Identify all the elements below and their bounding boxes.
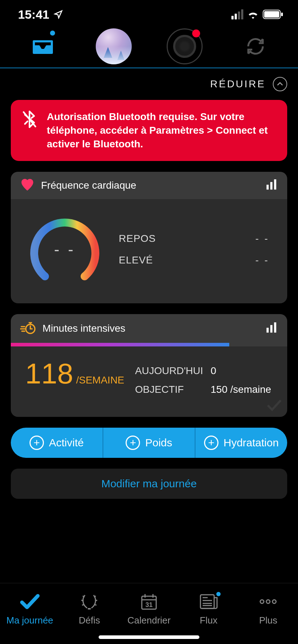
intensive-header: Minutes intensives (11, 314, 287, 343)
location-icon (54, 10, 63, 19)
plus-icon (204, 436, 218, 450)
rest-value: - - (256, 233, 269, 244)
today-label: AUJOURD'HUI (135, 365, 211, 377)
heart-rate-high-row: ELEVÉ - - (115, 249, 273, 271)
intensive-today-row: AUJOURD'HUI 0 (135, 362, 273, 380)
tab-calendar-label: Calendrier (127, 615, 171, 626)
tab-my-day-label: Ma journée (6, 615, 53, 626)
feed-notification-dot (216, 592, 221, 596)
heart-rate-value: - - (25, 210, 104, 289)
plus-icon (30, 436, 44, 450)
check-icon (20, 593, 40, 611)
svg-rect-2 (281, 13, 283, 16)
sync-icon (246, 37, 265, 56)
svg-rect-1 (264, 11, 279, 18)
heart-rate-header: Fréquence cardiaque (11, 172, 287, 199)
high-value: - - (256, 254, 269, 266)
inbox-notification-dot (50, 31, 55, 36)
collapse-row: RÉDUIRE (0, 68, 298, 100)
status-time: 15:41 (18, 8, 63, 22)
heart-rate-rest-row: REPOS - - (115, 228, 273, 249)
status-bar: 15:41 (0, 0, 298, 25)
intensive-body: 118 /SEMAINE AUJOURD'HUI 0 OBJECTIF 150 … (11, 346, 287, 417)
intensive-stats: AUJOURD'HUI 0 OBJECTIF 150 /semaine (135, 359, 273, 399)
intensive-value: 118 (25, 359, 73, 388)
svg-rect-10 (274, 322, 276, 333)
svg-point-16 (272, 600, 276, 603)
intensive-progress-fill (11, 343, 229, 346)
high-label: ELEVÉ (119, 254, 153, 266)
sync-tab[interactable] (238, 28, 274, 64)
check-icon (266, 399, 282, 413)
chevron-up-icon (277, 82, 283, 86)
plus-icon (126, 436, 140, 450)
quick-add-row: Activité Poids Hydratation (11, 428, 287, 458)
heart-rate-body: - - REPOS - - ELEVÉ - - (11, 199, 287, 303)
wifi-icon (247, 10, 259, 19)
today-value: 0 (211, 365, 216, 377)
calendar-icon: 31 (140, 593, 158, 611)
add-activity-button[interactable]: Activité (11, 428, 103, 458)
chart-icon[interactable] (265, 321, 278, 336)
battery-icon (263, 10, 284, 19)
add-hydration-label: Hydratation (224, 437, 279, 449)
svg-point-14 (260, 600, 264, 603)
add-weight-label: Poids (145, 437, 172, 449)
tab-feed-label: Flux (200, 615, 217, 626)
add-weight-button[interactable]: Poids (103, 428, 196, 458)
heart-rate-title: Fréquence cardiaque (41, 180, 136, 191)
news-icon (199, 593, 218, 611)
rest-label: REPOS (119, 233, 156, 244)
svg-point-15 (266, 600, 270, 603)
modify-day-button[interactable]: Modifier ma journée (11, 469, 287, 499)
intensive-minutes-card[interactable]: Minutes intensives 118 /SEMAINE AUJOURD'… (11, 314, 287, 417)
wreath-icon (80, 593, 99, 611)
tab-bar: Ma journée Défis 31 Calendrier (0, 583, 298, 644)
bluetooth-alert[interactable]: Autorisation Bluetooth requise. Sur votr… (11, 100, 287, 161)
svg-text:31: 31 (145, 601, 153, 608)
svg-rect-5 (270, 182, 272, 190)
chart-icon[interactable] (265, 178, 278, 193)
tab-my-day[interactable]: Ma journée (0, 583, 60, 635)
svg-rect-4 (267, 185, 269, 190)
heart-rate-gauge: - - (25, 210, 104, 289)
tab-feed[interactable]: Flux (179, 583, 239, 635)
svg-rect-8 (267, 328, 269, 333)
clock-text: 15:41 (18, 8, 49, 22)
tab-more-label: Plus (259, 615, 277, 626)
modify-day-label: Modifier ma journée (101, 478, 197, 490)
heart-rate-card[interactable]: Fréquence cardiaque (11, 172, 287, 303)
scene-tab[interactable] (96, 28, 132, 64)
tab-challenges[interactable]: Défis (60, 583, 119, 635)
home-indicator[interactable] (99, 635, 199, 639)
alert-text: Autorisation Bluetooth requise. Sur votr… (47, 110, 276, 151)
svg-rect-6 (274, 179, 276, 190)
intensive-title: Minutes intensives (42, 323, 125, 334)
add-activity-label: Activité (49, 437, 84, 449)
device-alert-dot (192, 29, 200, 37)
svg-rect-13 (200, 595, 214, 608)
scene-icon (96, 28, 132, 64)
cellular-icon (231, 9, 243, 19)
watch-icon (167, 28, 203, 64)
heart-rate-stats: REPOS - - ELEVÉ - - (115, 228, 273, 271)
intensive-progress-bar (11, 343, 287, 346)
collapse-button[interactable] (273, 77, 287, 91)
tab-calendar[interactable]: 31 Calendrier (119, 583, 179, 635)
device-tab[interactable] (167, 28, 203, 64)
inbox-icon (32, 38, 53, 55)
tab-more[interactable]: Plus (238, 583, 298, 635)
svg-rect-9 (270, 325, 272, 333)
bluetooth-off-icon (22, 110, 37, 151)
inbox-tab[interactable] (25, 28, 61, 64)
tab-challenges-label: Défis (79, 615, 100, 626)
collapse-label[interactable]: RÉDUIRE (210, 78, 266, 90)
top-tabs (0, 25, 298, 68)
intensive-value-block: 118 /SEMAINE (25, 359, 124, 399)
heart-icon (20, 178, 35, 193)
stopwatch-icon (20, 321, 36, 336)
more-icon (259, 593, 277, 611)
add-hydration-button[interactable]: Hydratation (195, 428, 287, 458)
goal-label: OBJECTIF (135, 384, 211, 395)
intensive-unit: /SEMAINE (76, 374, 124, 386)
